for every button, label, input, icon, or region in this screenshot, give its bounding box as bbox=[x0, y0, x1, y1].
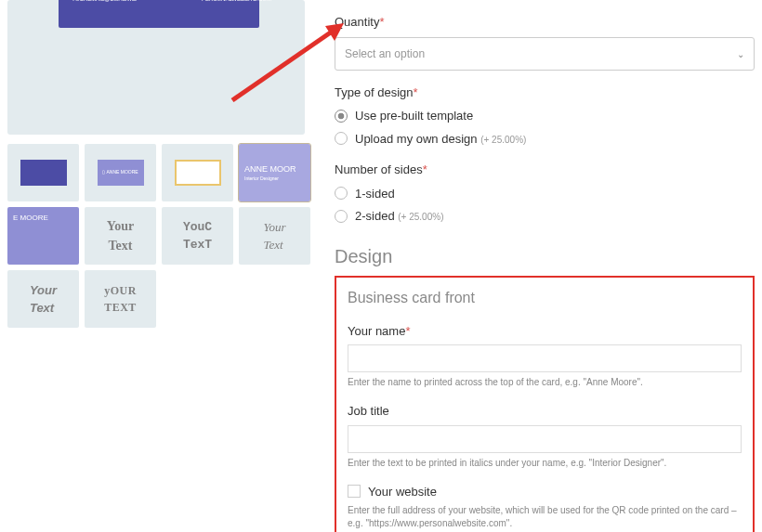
font-sample-1: Your Text bbox=[107, 216, 135, 255]
thumbnail-5[interactable]: E MOORE bbox=[7, 207, 79, 265]
design-heading: Design bbox=[335, 242, 755, 270]
radio-icon bbox=[335, 110, 348, 123]
thumbnail-grid: ▯ ANNE MOORE ANNE MOORInterior Designer … bbox=[7, 144, 323, 328]
sides-label: Number of sides* bbox=[335, 161, 755, 179]
job-input[interactable] bbox=[348, 425, 742, 453]
thumbnail-1[interactable] bbox=[7, 144, 79, 201]
thumbnail-6[interactable]: Your Text bbox=[85, 207, 156, 265]
font-sample-4: Your Text bbox=[30, 281, 57, 318]
name-label: Your name* bbox=[348, 322, 742, 341]
design-highlight-box: Business card front Your name* Enter the… bbox=[335, 276, 755, 533]
quantity-placeholder: Select an option bbox=[345, 47, 425, 60]
quantity-select[interactable]: Select an option ⌄ bbox=[335, 37, 755, 71]
name-hint: Enter the name to printed across the top… bbox=[348, 376, 742, 389]
design-type-label: Type of design* bbox=[335, 84, 755, 102]
thumb4-name: ANNE MOOR bbox=[244, 163, 296, 176]
radio-icon bbox=[335, 132, 348, 145]
font-sample-5: yOUR TEXT bbox=[104, 282, 137, 316]
radio-label-2sided: 2-sided (+ 25.00%) bbox=[355, 207, 443, 226]
font-sample-2: YouC TexT bbox=[183, 218, 212, 254]
radio-icon bbox=[335, 210, 348, 223]
job-label: Job title bbox=[348, 402, 742, 421]
website-hint: Enter the full address of your website, … bbox=[348, 504, 742, 530]
sides-option-1[interactable]: 1-sided bbox=[335, 185, 755, 203]
radio-label-upload: Upload my own design (+ 25.00%) bbox=[355, 130, 526, 149]
radio-icon bbox=[335, 187, 348, 200]
website-checkbox-row[interactable]: Your website bbox=[348, 483, 742, 501]
radio-label-1sided: 1-sided bbox=[355, 185, 395, 203]
front-heading: Business card front bbox=[348, 287, 742, 309]
thumbnail-7[interactable]: YouC TexT bbox=[162, 207, 233, 265]
chevron-down-icon: ⌄ bbox=[737, 47, 744, 61]
thumbnail-8[interactable]: Your Text bbox=[239, 207, 310, 265]
product-preview-main: HAMILTONS AVENUE 1602+2233 (0) 3472 4952… bbox=[7, 0, 305, 135]
website-label: Your website bbox=[368, 483, 437, 501]
preview-website: PERSONALWEBSITE.COM bbox=[202, 0, 271, 2]
thumb5-name: E MOORE bbox=[13, 214, 48, 222]
design-type-option-upload[interactable]: Upload my own design (+ 25.00%) bbox=[335, 130, 755, 149]
thumb2-text: ▯ ANNE MOORE bbox=[102, 169, 138, 176]
checkbox-icon bbox=[348, 485, 361, 498]
design-type-option-template[interactable]: Use pre-built template bbox=[335, 107, 755, 125]
radio-label-template: Use pre-built template bbox=[355, 107, 473, 125]
quantity-label: Quantity* bbox=[335, 13, 755, 32]
business-card-preview: HAMILTONS AVENUE 1602+2233 (0) 3472 4952… bbox=[59, 0, 259, 28]
thumbnail-3[interactable] bbox=[162, 144, 233, 201]
thumbnail-9[interactable]: Your Text bbox=[7, 270, 79, 328]
name-input[interactable] bbox=[348, 344, 742, 372]
preview-email: YOUREMAIL@EMAIL.ME bbox=[72, 0, 137, 2]
thumbnail-2[interactable]: ▯ ANNE MOORE bbox=[85, 144, 156, 201]
thumbnail-4[interactable]: ANNE MOORInterior Designer bbox=[239, 144, 310, 201]
sides-option-2[interactable]: 2-sided (+ 25.00%) bbox=[335, 207, 755, 226]
thumb4-role: Interior Designer bbox=[244, 175, 279, 183]
job-hint: Enter the text to be printed in italics … bbox=[348, 457, 742, 470]
font-sample-3: Your Text bbox=[263, 218, 285, 254]
thumbnail-10[interactable]: yOUR TEXT bbox=[85, 270, 156, 328]
